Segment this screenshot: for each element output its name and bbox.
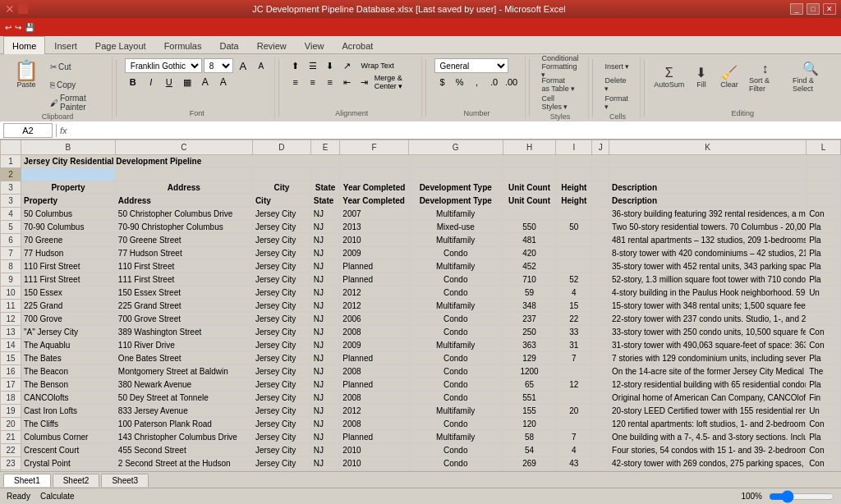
align-right-button[interactable]: ≡ [322, 75, 338, 89]
cell[interactable]: 43 [556, 457, 592, 470]
cell[interactable]: NJ [310, 418, 339, 431]
cell[interactable]: Multifamily [408, 405, 503, 418]
sheet-tab-2[interactable]: Sheet2 [53, 474, 100, 487]
cell[interactable] [592, 221, 609, 234]
tab-formulas[interactable]: Formulas [155, 36, 211, 54]
tab-home[interactable]: Home [3, 36, 45, 54]
increase-indent-button[interactable]: ⇥ [356, 75, 373, 89]
cell[interactable]: 33-story tower with 250 condo units, 10,… [609, 326, 807, 339]
cell[interactable]: 70-90 Christopher Columbus [115, 221, 252, 234]
find-select-button[interactable]: 🔍 Find & Select [788, 58, 833, 95]
align-left-button[interactable]: ≡ [287, 75, 304, 89]
cell[interactable] [592, 195, 609, 208]
cell[interactable]: 452 [503, 260, 556, 273]
sort-filter-button[interactable]: ↕ Sort & Filter [745, 58, 785, 95]
cell[interactable]: Address [115, 195, 252, 208]
row-header[interactable]: 13 [1, 326, 21, 339]
cell[interactable]: Year Completed [340, 195, 409, 208]
formula-input[interactable] [71, 123, 838, 138]
cell[interactable]: 50 Dey Street at Tonnele [115, 392, 252, 405]
cell[interactable]: The Beacon [21, 365, 116, 378]
cell[interactable]: 7 stories with 129 condominium units, in… [609, 352, 807, 365]
cell[interactable]: 4 [556, 286, 592, 300]
autosum-button[interactable]: Σ AutoSum [652, 58, 685, 95]
cell[interactable]: Jersey City [252, 221, 310, 234]
cell[interactable]: 110 First Street [115, 260, 252, 273]
cell[interactable] [592, 431, 609, 444]
row-header[interactable]: 18 [1, 392, 21, 405]
row-header[interactable]: 17 [1, 378, 21, 392]
cell[interactable]: Multifamily [408, 260, 503, 273]
cell[interactable]: 348 [503, 300, 556, 313]
cell[interactable]: 70-90 Columbus [21, 221, 116, 234]
cell[interactable]: NJ [310, 352, 339, 365]
cell[interactable]: Multifamily [408, 339, 503, 352]
header-year[interactable]: Year Completed [340, 181, 409, 195]
row-header[interactable]: 19 [1, 405, 21, 418]
row-header[interactable]: 16 [1, 365, 21, 378]
cell[interactable]: Jersey City [252, 444, 310, 457]
cell[interactable]: NJ [310, 457, 339, 470]
cell[interactable] [503, 208, 556, 221]
cell[interactable]: Jersey City [252, 326, 310, 339]
cell[interactable]: Planned [340, 260, 409, 273]
fill-button[interactable]: ⬇ Fill [689, 58, 714, 95]
cell[interactable]: 50 Christopher Columbus Drive [115, 208, 252, 221]
save-button[interactable]: 💾 [25, 23, 34, 32]
row-header[interactable]: 20 [1, 418, 21, 431]
cell[interactable]: Jersey City [252, 431, 310, 444]
undo-button[interactable]: ↩ [5, 23, 11, 32]
tab-acrobat[interactable]: Acrobat [333, 36, 382, 54]
cell[interactable]: 77 Hudson Street [115, 247, 252, 260]
cell[interactable]: Condo [408, 273, 503, 286]
cell[interactable]: Multifamily [408, 234, 503, 247]
cell[interactable]: NJ [310, 300, 339, 313]
row-header[interactable]: 6 [1, 234, 21, 247]
italic-button[interactable]: I [143, 75, 159, 89]
cell[interactable]: Jersey City [252, 273, 310, 286]
cell[interactable]: 111 First Street [21, 273, 116, 286]
cell[interactable] [503, 168, 556, 181]
cell[interactable]: 250 [503, 326, 556, 339]
cell[interactable]: The Aquablu [21, 339, 116, 352]
cell[interactable]: "A" Jersey City [21, 326, 116, 339]
cell[interactable] [592, 378, 609, 392]
cell[interactable]: 2008 [340, 392, 409, 405]
cell[interactable]: 50 [556, 221, 592, 234]
cell[interactable] [556, 208, 592, 221]
cell[interactable]: NJ [310, 260, 339, 273]
cell[interactable]: Pla [807, 352, 841, 365]
cell[interactable] [592, 339, 609, 352]
cell[interactable] [807, 155, 841, 168]
cell[interactable]: Original home of American Can Company, C… [609, 392, 807, 405]
cell[interactable]: Height [556, 195, 592, 208]
cell[interactable] [556, 234, 592, 247]
cell[interactable]: The Bates [21, 352, 116, 365]
cell[interactable]: NJ [310, 247, 339, 260]
cell[interactable] [556, 247, 592, 260]
cell[interactable]: NJ [310, 221, 339, 234]
cell[interactable]: NJ [310, 208, 339, 221]
increase-font-button[interactable]: A [235, 58, 251, 73]
comma-button[interactable]: , [469, 75, 485, 89]
cell[interactable]: 2 Second Street at the Hudson [115, 457, 252, 470]
cell[interactable]: Condo [408, 444, 503, 457]
cell[interactable]: 110 First Street [21, 260, 116, 273]
cell[interactable]: One Bates Street [115, 352, 252, 365]
cell[interactable]: 7 [556, 352, 592, 365]
cell[interactable]: 120 rental apartments: loft studios, 1- … [609, 418, 807, 431]
col-header-j[interactable]: J [592, 140, 609, 155]
cell[interactable]: 12-story residential building with 65 re… [609, 378, 807, 392]
calculate-status[interactable]: Calculate [40, 492, 75, 501]
row-header[interactable]: 15 [1, 352, 21, 365]
cell[interactable]: 33 [556, 326, 592, 339]
cell[interactable] [340, 168, 409, 181]
cell[interactable]: 36-story building featuring 392 rental r… [609, 208, 807, 221]
cell[interactable] [408, 168, 503, 181]
cell[interactable] [592, 234, 609, 247]
cell[interactable]: 42-story tower with 269 condos, 275 park… [609, 457, 807, 470]
spreadsheet-scroll[interactable]: B C D E F G H I J K L [0, 140, 841, 471]
cell[interactable]: On the 14-acre site of the former Jersey… [609, 365, 807, 378]
cell[interactable] [592, 418, 609, 431]
cell[interactable]: 111 First Street [115, 273, 252, 286]
